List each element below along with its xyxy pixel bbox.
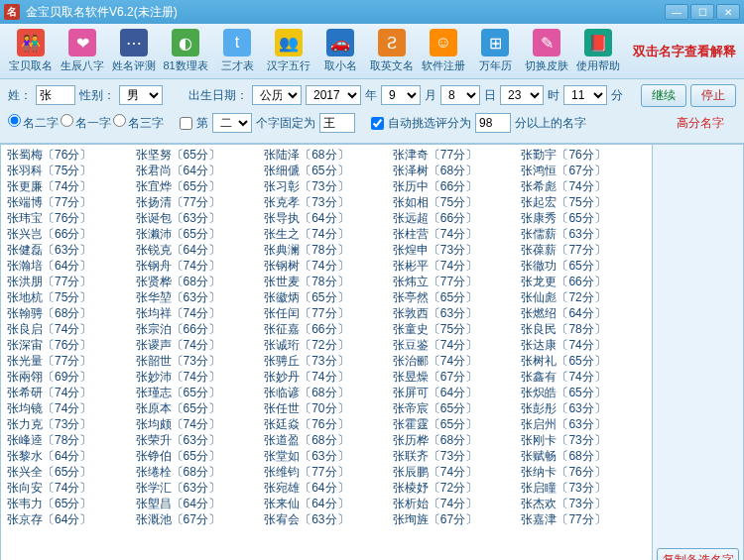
name-item[interactable]: 张康秀〔65分〕 [519, 210, 648, 226]
surname-input[interactable] [36, 85, 75, 105]
name-item[interactable]: 张均祥〔74分〕 [134, 305, 263, 321]
toolbar-btn-1[interactable]: ❤生辰八字 [58, 26, 107, 77]
name-item[interactable]: 张起宏〔75分〕 [519, 194, 648, 210]
name-item[interactable]: 张扬清〔77分〕 [134, 194, 263, 210]
toolbar-btn-5[interactable]: 👥汉字五行 [264, 26, 313, 77]
toolbar-btn-8[interactable]: ☺软件注册 [419, 26, 468, 77]
auto-filter-checkbox[interactable] [371, 117, 384, 130]
name-item[interactable]: 张豆鉴〔74分〕 [391, 337, 520, 353]
name-item[interactable]: 张如相〔75分〕 [391, 194, 520, 210]
name-item[interactable]: 张兴岂〔66分〕 [5, 226, 134, 242]
name-item[interactable]: 张生之〔74分〕 [262, 226, 391, 242]
name-item[interactable]: 张辰鹏〔74分〕 [391, 464, 520, 480]
month-select[interactable]: 9 [381, 85, 421, 105]
name-item[interactable]: 张溉池〔67分〕 [134, 511, 263, 527]
pos-select[interactable]: 二 [212, 113, 252, 133]
name-item[interactable]: 张力克〔73分〕 [5, 416, 134, 432]
name-item[interactable]: 张彬平〔74分〕 [391, 258, 520, 274]
fix-char-input[interactable] [319, 113, 355, 133]
name-item[interactable]: 张任闰〔77分〕 [262, 305, 391, 321]
fix-char-checkbox[interactable] [180, 117, 192, 130]
name-item[interactable]: 张京存〔64分〕 [5, 511, 134, 527]
name-item[interactable]: 张学汇〔63分〕 [134, 480, 263, 496]
name-item[interactable]: 张帝宸〔65分〕 [391, 400, 520, 416]
name-item[interactable]: 张导执〔64分〕 [262, 210, 391, 226]
name-item[interactable]: 张历桦〔68分〕 [391, 432, 520, 448]
name-item[interactable]: 张兴全〔65分〕 [5, 464, 134, 480]
name-item[interactable]: 张棱妤〔72分〕 [391, 480, 520, 496]
name-item[interactable]: 张启州〔63分〕 [519, 416, 648, 432]
name-item[interactable]: 张妙沛〔74分〕 [134, 369, 263, 385]
name-item[interactable]: 张童史〔75分〕 [391, 321, 520, 337]
name-item[interactable]: 张峰逵〔78分〕 [5, 432, 134, 448]
name-item[interactable]: 张廷焱〔76分〕 [262, 416, 391, 432]
name-item[interactable]: 张炜立〔77分〕 [391, 274, 520, 289]
name-item[interactable]: 张洪朋〔77分〕 [5, 274, 134, 289]
name-item[interactable]: 张鸿恒〔67分〕 [519, 163, 648, 178]
minimize-button[interactable]: — [665, 4, 688, 20]
name-item[interactable]: 张徹功〔65分〕 [519, 258, 648, 274]
name-item[interactable]: 张深宙〔76分〕 [5, 337, 134, 353]
name-item[interactable]: 张希彪〔74分〕 [519, 178, 648, 194]
name-item[interactable]: 张赋畅〔68分〕 [519, 448, 648, 464]
name-item[interactable]: 张亭然〔65分〕 [391, 289, 520, 305]
name-item[interactable]: 张道盈〔68分〕 [262, 432, 391, 448]
name-item[interactable]: 张杰欢〔73分〕 [519, 496, 648, 511]
auto-score-input[interactable] [475, 113, 511, 133]
name-item[interactable]: 张瑾志〔65分〕 [134, 385, 263, 400]
name-item[interactable]: 张荣升〔63分〕 [134, 432, 263, 448]
name-item[interactable]: 张宜烨〔65分〕 [134, 178, 263, 194]
name-item[interactable]: 张妙丹〔74分〕 [262, 369, 391, 385]
name-item[interactable]: 张良启〔74分〕 [5, 321, 134, 337]
name-item[interactable]: 张兩翎〔69分〕 [5, 369, 134, 385]
maximize-button[interactable]: ☐ [690, 4, 714, 20]
name-item[interactable]: 张钢树〔74分〕 [262, 258, 391, 274]
name-item[interactable]: 张贤桦〔68分〕 [134, 274, 263, 289]
name-item[interactable]: 张希研〔74分〕 [5, 385, 134, 400]
name-item[interactable]: 张宥会〔63分〕 [262, 511, 391, 527]
hour-select[interactable]: 23 [500, 85, 544, 105]
name-item[interactable]: 张韶世〔73分〕 [134, 353, 263, 369]
name-item[interactable]: 张塱昌〔64分〕 [134, 496, 263, 511]
toolbar-btn-9[interactable]: ⊞万年历 [470, 26, 520, 77]
name-item[interactable]: 张黎水〔64分〕 [5, 448, 134, 464]
stop-button[interactable]: 停止 [690, 84, 736, 107]
toolbar-btn-11[interactable]: 📕使用帮助 [573, 26, 623, 77]
name-item[interactable]: 张习彰〔73分〕 [262, 178, 391, 194]
name-item[interactable]: 张均颇〔74分〕 [134, 416, 263, 432]
name-item[interactable]: 张启瞳〔73分〕 [519, 480, 648, 496]
name-item[interactable]: 张徽炳〔65分〕 [262, 289, 391, 305]
name-item[interactable]: 张远超〔66分〕 [391, 210, 520, 226]
minute-select[interactable]: 11 [563, 85, 607, 105]
toolbar-btn-6[interactable]: 🚗取小名 [315, 26, 365, 77]
calendar-select[interactable]: 公历 [252, 85, 302, 105]
name-item[interactable]: 张端博〔77分〕 [5, 194, 134, 210]
name-item[interactable]: 张炽皓〔65分〕 [519, 385, 648, 400]
name-item[interactable]: 张鑫有〔74分〕 [519, 369, 648, 385]
radio-one-char[interactable]: 名一字 [61, 114, 111, 132]
name-item[interactable]: 张骋丘〔73分〕 [262, 353, 391, 369]
name-item[interactable]: 张均镜〔74分〕 [5, 400, 134, 416]
name-item[interactable]: 张濑沛〔65分〕 [134, 226, 263, 242]
name-item[interactable]: 张来仙〔64分〕 [262, 496, 391, 511]
day-select[interactable]: 8 [440, 85, 480, 105]
name-item[interactable]: 张任世〔70分〕 [262, 400, 391, 416]
name-item[interactable]: 张地杭〔75分〕 [5, 289, 134, 305]
name-item[interactable]: 张宛雄〔64分〕 [262, 480, 391, 496]
name-item[interactable]: 张树礼〔65分〕 [519, 353, 648, 369]
name-item[interactable]: 张钢舟〔74分〕 [134, 258, 263, 274]
close-button[interactable]: ✕ [716, 4, 740, 20]
name-item[interactable]: 张克孝〔73分〕 [262, 194, 391, 210]
name-item[interactable]: 张细傂〔65分〕 [262, 163, 391, 178]
name-item[interactable]: 张彭彤〔63分〕 [519, 400, 648, 416]
name-item[interactable]: 张勤宇〔76分〕 [519, 147, 648, 163]
name-item[interactable]: 张治郦〔74分〕 [391, 353, 520, 369]
name-item[interactable]: 张向安〔74分〕 [5, 480, 134, 496]
name-item[interactable]: 张君尚〔64分〕 [134, 163, 263, 178]
name-item[interactable]: 张儒薪〔63分〕 [519, 226, 648, 242]
toolbar-btn-2[interactable]: ⋯姓名评测 [109, 26, 159, 77]
gender-select[interactable]: 男 [119, 85, 163, 105]
name-item[interactable]: 张宗泊〔66分〕 [134, 321, 263, 337]
name-item[interactable]: 张屏可〔64分〕 [391, 385, 520, 400]
continue-button[interactable]: 继续 [641, 84, 686, 107]
